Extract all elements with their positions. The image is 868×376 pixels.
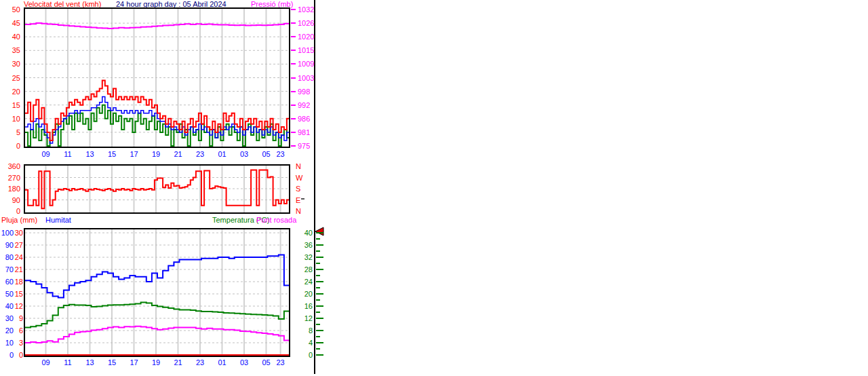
temperature-axis-minor-tick [316, 312, 320, 313]
wind-axis-tick: 15 [0, 101, 20, 110]
wind-gust-line [25, 81, 290, 141]
wind-axis-tick: 0 [0, 142, 20, 151]
temperature-axis-tick: 24 [297, 278, 313, 286]
temperature-axis-tick-mark [316, 330, 323, 331]
temperature-axis-tick-mark [316, 318, 323, 319]
time-axis-label: 15 [108, 358, 116, 367]
right-axis-line [314, 0, 315, 374]
time-axis-label: 09 [41, 150, 50, 159]
dew-point-line [25, 326, 290, 343]
rain-axis-tick: 24 [0, 253, 23, 262]
time-axis-label: 11 [64, 358, 71, 367]
pressure-axis-tick-mark [291, 145, 296, 147]
weather-graphs-panel: { "window": {"width": 1280, "height": 55… [0, 0, 868, 376]
humidity-series-label: Humitat [45, 216, 71, 225]
direction-axis-tick: 0 [0, 207, 20, 216]
pressure-axis-tick: 1009 [298, 60, 314, 69]
wind-axis-tick: 35 [0, 46, 20, 55]
dewpoint-series-label: Punt rosada [256, 216, 296, 225]
time-axis-label: 01 [218, 150, 226, 159]
rain-axis-tick: 6 [0, 326, 23, 335]
pressure-axis-tick: 998 [298, 88, 310, 96]
pressure-axis-tick: 1003 [298, 74, 314, 83]
temperature-axis-minor-tick [316, 299, 320, 301]
pressure-axis-tick: 992 [298, 101, 310, 110]
wind-pressure-chart [24, 7, 290, 148]
wind-axis-tick: 45 [0, 19, 20, 28]
pressure-axis-tick: 986 [298, 115, 310, 124]
pressure-axis-tick-mark [291, 22, 296, 24]
rain-axis-tick: 12 [0, 302, 23, 311]
pressure-axis-tick-mark [291, 63, 296, 64]
temperature-axis-minor-tick [316, 275, 320, 276]
left-arrow-marker-icon [315, 227, 324, 236]
direction-axis-tick: 360 [0, 162, 20, 171]
temperature-axis-minor-tick [316, 238, 320, 240]
temperature-axis-tick: 40 [297, 229, 313, 238]
time-axis-label: 03 [240, 150, 248, 159]
time-axis-label: 13 [85, 150, 94, 159]
time-axis-label: 01 [218, 358, 226, 367]
time-axis-label: 23 [277, 358, 285, 367]
pressure-axis-tick: 981 [298, 128, 310, 137]
temperature-axis-tick-mark [316, 232, 323, 233]
temperature-axis-tick: 16 [297, 302, 313, 311]
rain-axis-tick: 15 [0, 290, 23, 299]
temperature-axis-tick: 0 [297, 351, 313, 360]
time-axis-label: 21 [174, 150, 182, 159]
temperature-axis-tick: 12 [297, 314, 313, 323]
time-axis-label: 19 [152, 150, 160, 159]
temperature-axis-minor-tick [316, 287, 320, 288]
rain-series-label: Pluja (mm) [1, 216, 37, 225]
compass-label: S [296, 185, 300, 193]
wind-axis-tick: 50 [0, 5, 20, 14]
temperature-axis-tick-mark [316, 281, 323, 282]
temperature-axis-tick-mark [316, 354, 323, 356]
compass-label: W [296, 174, 302, 183]
humidity-line [25, 255, 290, 297]
pressure-axis-tick-mark [291, 91, 296, 92]
time-axis-label: 23 [196, 358, 204, 367]
temperature-axis-tick-mark [316, 257, 323, 258]
direction-axis-tick: 90 [0, 196, 20, 205]
pressure-axis-tick: 975 [298, 142, 310, 151]
temperature-axis-tick: 36 [297, 241, 313, 250]
temperature-axis-minor-tick [316, 324, 320, 325]
temperature-axis-tick-mark [316, 305, 323, 307]
temperature-axis-tick: 4 [297, 339, 313, 347]
time-axis-label: 11 [64, 150, 71, 159]
temperature-axis-tick-mark [316, 269, 323, 270]
rain-axis-tick: 18 [0, 278, 23, 286]
wind-axis-tick: 40 [0, 33, 20, 41]
temperature-axis-tick: 28 [297, 265, 313, 274]
temperature-axis-minor-tick [316, 250, 320, 252]
direction-axis-tick: 270 [0, 174, 20, 183]
time-axis-label: 05 [262, 150, 270, 159]
temperature-axis-tick-mark [316, 244, 323, 246]
time-axis-label: 17 [130, 150, 138, 159]
temperature-axis-tick: 32 [297, 253, 313, 262]
wind-direction-chart [24, 164, 290, 214]
temperature-axis-minor-tick [316, 336, 320, 337]
pressure-axis-tick: 1026 [298, 19, 314, 28]
pressure-axis-tick-mark [291, 132, 296, 133]
pressure-axis-tick-mark [291, 77, 296, 79]
time-axis-label: 03 [240, 358, 248, 367]
temperature-axis-tick-mark [316, 293, 323, 295]
pressure-axis-tick-mark [291, 118, 296, 119]
wind-axis-tick: 20 [0, 88, 20, 96]
temperature-axis-tick: 20 [297, 290, 313, 299]
time-axis-label: 09 [41, 358, 50, 367]
pressure-axis-tick: 1032 [298, 5, 314, 14]
rain-axis-tick: 27 [0, 241, 23, 250]
compass-label: N [296, 207, 301, 216]
rain-axis-tick: 21 [0, 265, 23, 274]
time-axis-label: 23 [196, 150, 204, 159]
wind-average-line [25, 97, 290, 143]
temperature-axis-minor-tick [316, 348, 320, 350]
pressure-axis-tick-mark [291, 9, 296, 10]
time-axis-label: 15 [108, 150, 116, 159]
pressure-axis-tick: 1015 [298, 46, 314, 55]
temperature-axis-tick: 8 [297, 326, 313, 335]
pressure-axis-tick-mark [291, 105, 296, 106]
